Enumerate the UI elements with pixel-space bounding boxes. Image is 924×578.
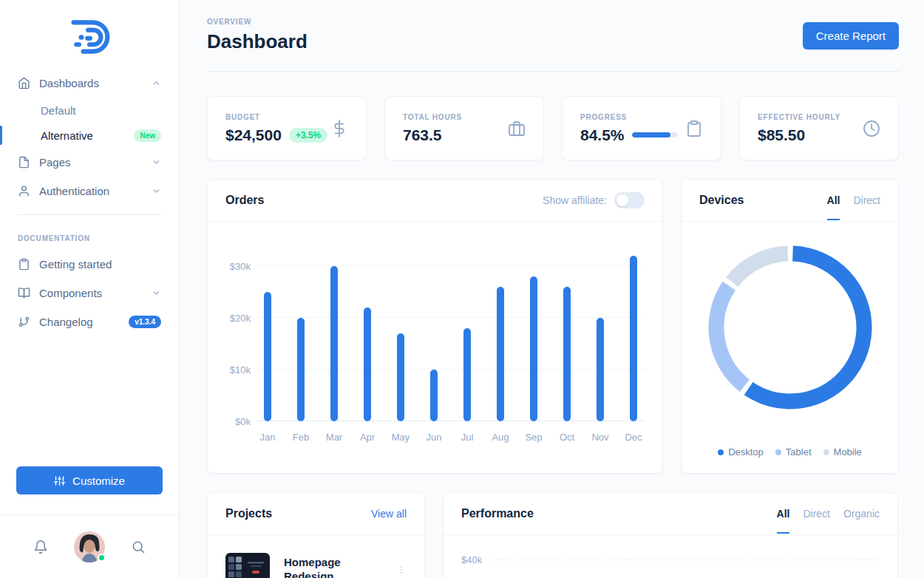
dashkit-logo-icon	[67, 16, 112, 58]
performance-tabs: All Direct Organic	[777, 508, 880, 520]
sidebar-item-label: Changelog	[39, 316, 93, 328]
new-badge: New	[134, 129, 161, 142]
sidebar-item-label: Authentication	[39, 185, 109, 197]
stat-label: Budget	[225, 113, 330, 121]
devices-card: Devices All Direct DesktopTabletMobile	[681, 179, 899, 474]
devices-legend: DesktopTabletMobile	[718, 446, 862, 458]
sidebar-item-label: Pages	[39, 156, 71, 169]
donut-segment-mobile	[705, 242, 875, 412]
sidebar-item-components[interactable]: Components	[18, 279, 161, 307]
legend-item-mobile: Mobile	[823, 446, 862, 458]
sidebar-item-pages[interactable]: Pages	[18, 148, 161, 177]
chevron-up-icon	[152, 78, 161, 88]
bar	[297, 318, 305, 421]
customize-button[interactable]: Customize	[16, 466, 163, 494]
create-report-button[interactable]: Create Report	[803, 22, 899, 50]
project-thumbnail	[225, 553, 270, 578]
orders-title: Orders	[225, 194, 264, 207]
show-affiliate-toggle[interactable]	[614, 192, 645, 208]
devices-donut-chart	[705, 242, 875, 412]
sidebar-item-changelog[interactable]: Changelog v1.3.4	[18, 307, 161, 336]
file-icon	[18, 156, 30, 169]
breadcrumb-eyebrow: Overview	[207, 18, 308, 26]
performance-line-chart: $40k	[444, 535, 897, 578]
customize-label: Customize	[72, 475, 125, 487]
stat-value: $24,500	[225, 126, 282, 144]
performance-card: Performance All Direct Organic $40k	[443, 492, 898, 578]
bar	[330, 266, 338, 421]
tab-all[interactable]: All	[777, 508, 790, 520]
orders-bar-chart: $0k$10k$20k$30k JanFebMarAprMayJunJulAug…	[208, 222, 662, 450]
bell-icon[interactable]	[33, 540, 48, 554]
project-name: Homepage Redesign	[284, 556, 365, 578]
view-all-link[interactable]: View all	[371, 508, 407, 520]
y-tick-label: $40k	[461, 554, 482, 565]
bar	[397, 333, 404, 421]
sidebar-item-label: Default	[41, 104, 76, 117]
stat-value: 84.5%	[580, 126, 625, 144]
tab-direct[interactable]: Direct	[803, 508, 830, 520]
project-list-item[interactable]: Homepage Redesign	[208, 535, 424, 578]
git-branch-icon	[18, 316, 30, 328]
stat-card-effective-hourly: Effective hourly $85.50	[739, 96, 899, 160]
docs-section-heading: Documentation	[0, 224, 179, 250]
sidebar-item-label: Components	[39, 287, 102, 299]
clock-icon	[863, 120, 880, 137]
avatar[interactable]	[74, 531, 105, 562]
more-vertical-icon[interactable]	[396, 564, 407, 576]
stat-label: Total hours	[403, 113, 508, 121]
clipboard-icon	[685, 120, 703, 137]
orders-y-axis: $0k$10k$20k$30k	[225, 253, 257, 421]
orders-x-axis: JanFebMarAprMayJunJulAugSepOctNovDec	[257, 432, 645, 443]
donut-segment-tablet	[705, 242, 875, 412]
progress-bar	[632, 132, 678, 137]
chevron-down-icon	[152, 186, 161, 196]
bar	[463, 328, 471, 421]
tab-direct[interactable]: Direct	[853, 194, 880, 206]
sidebar-item-authentication[interactable]: Authentication	[18, 177, 161, 205]
bar	[597, 318, 604, 421]
sidebar-item-default[interactable]: Default	[18, 98, 161, 123]
bar	[430, 370, 438, 421]
stat-card-progress: Progress 84.5%	[562, 96, 721, 160]
tab-all[interactable]: All	[827, 194, 840, 206]
devices-title: Devices	[699, 194, 744, 207]
app-logo[interactable]	[0, 0, 179, 69]
stat-value: 763.5	[403, 126, 442, 144]
legend-item-desktop: Desktop	[718, 446, 764, 458]
bar	[563, 287, 571, 421]
legend-item-tablet: Tablet	[775, 446, 812, 458]
sidebar: Dashboards Default Alternative New Pages	[0, 0, 180, 578]
sidebar-docs-nav: Getting started Components Changelog v1.…	[0, 250, 179, 336]
dollar-icon	[330, 120, 348, 137]
sidebar-item-label: Getting started	[39, 258, 112, 271]
bar	[264, 292, 271, 421]
main-content: Overview Dashboard Create Report Budget …	[180, 0, 924, 578]
projects-title: Projects	[225, 507, 272, 520]
stat-label: Progress	[580, 113, 685, 121]
chevron-down-icon	[152, 157, 161, 167]
version-badge: v1.3.4	[129, 316, 161, 328]
sidebar-item-dashboards[interactable]: Dashboards	[18, 69, 161, 98]
stat-label: Effective hourly	[758, 113, 863, 121]
devices-tabs: All Direct	[827, 194, 880, 206]
online-status-dot	[98, 554, 106, 562]
sidebar-item-alternative[interactable]: Alternative New	[18, 123, 161, 148]
delta-badge: +3.5%	[289, 128, 327, 143]
performance-title: Performance	[461, 507, 534, 520]
sidebar-footer	[0, 514, 179, 578]
search-icon[interactable]	[131, 540, 146, 554]
chevron-down-icon	[152, 288, 161, 298]
projects-card: Projects View all	[207, 492, 425, 578]
stat-value: $85.50	[758, 126, 805, 144]
sidebar-nav: Dashboards Default Alternative New Pages	[0, 69, 179, 205]
briefcase-icon	[508, 120, 526, 137]
stat-card-budget: Budget $24,500 +3.5%	[207, 96, 367, 160]
tab-organic[interactable]: Organic	[843, 508, 880, 520]
show-affiliate-label: Show affiliate:	[543, 194, 607, 206]
bar	[630, 256, 637, 421]
sliders-icon	[54, 475, 65, 486]
sidebar-item-getting-started[interactable]: Getting started	[18, 250, 161, 279]
orders-card: Orders Show affiliate: $0k$10k$20k$30k J…	[207, 179, 663, 474]
stats-row: Budget $24,500 +3.5% Total hours 763.5	[207, 96, 899, 160]
